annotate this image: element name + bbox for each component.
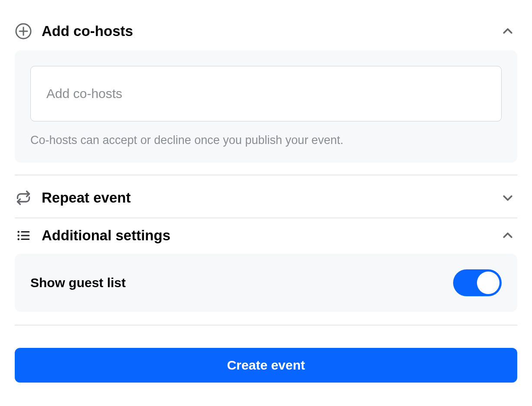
toggle-knob [477,272,499,294]
add-cohosts-panel: Co-hosts can accept or decline once you … [15,50,517,163]
additional-settings-title: Additional settings [42,227,489,244]
divider [15,218,517,218]
chevron-down-icon [498,188,517,207]
additional-settings-panel: Show guest list [15,254,517,312]
show-guest-list-label: Show guest list [30,275,126,290]
divider [15,175,517,175]
list-icon [15,227,32,244]
cohosts-helper-text: Co-hosts can accept or decline once you … [30,134,502,147]
show-guest-list-toggle[interactable] [453,269,502,296]
additional-settings-header[interactable]: Additional settings [15,222,517,249]
add-cohosts-header[interactable]: Add co-hosts [15,17,517,45]
add-cohosts-title: Add co-hosts [42,23,489,39]
chevron-up-icon [498,22,517,41]
create-event-button[interactable]: Create event [15,348,517,383]
svg-point-5 [17,238,20,240]
divider [15,325,517,325]
svg-point-4 [17,235,20,237]
plus-circle-icon [15,23,32,40]
svg-point-3 [17,231,20,233]
repeat-icon [15,189,32,206]
cohosts-input[interactable] [30,66,502,121]
repeat-event-header[interactable]: Repeat event [15,184,517,212]
repeat-event-title: Repeat event [42,190,489,206]
chevron-up-icon [498,226,517,245]
